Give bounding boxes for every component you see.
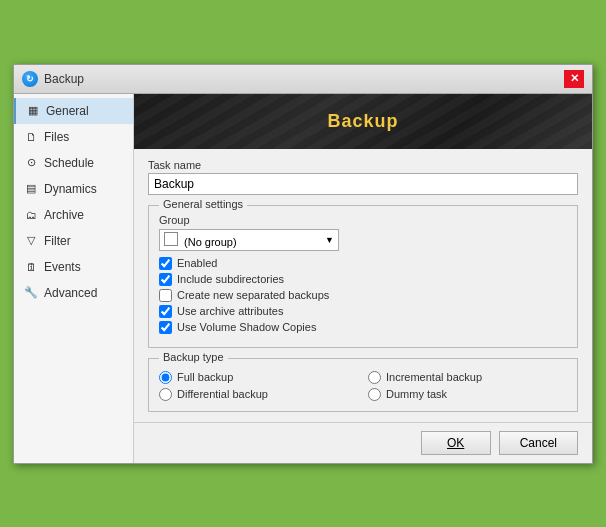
group-label: Group [159,214,567,226]
title-bar-left: ↻ Backup [22,71,84,87]
sidebar-item-advanced[interactable]: 🔧 Advanced [14,280,133,306]
incremental-backup-radio[interactable] [368,371,381,384]
sidebar-item-schedule[interactable]: ⊙ Schedule [14,150,133,176]
dummy-task-radio[interactable] [368,388,381,401]
backup-type-box: Backup type Full backup Incremental back… [148,358,578,412]
full-backup-radio[interactable] [159,371,172,384]
backup-type-title: Backup type [159,351,228,363]
checkbox-enabled-row: Enabled [159,257,567,270]
sidebar-item-events[interactable]: 🗓 Events [14,254,133,280]
window-title: Backup [44,72,84,86]
radio-incremental-row: Incremental backup [368,371,567,384]
sidebar-item-filter[interactable]: ▽ Filter [14,228,133,254]
checkbox-new-row: Create new separated backups [159,289,567,302]
checkbox-vss-row: Use Volume Shadow Copies [159,321,567,334]
task-name-label: Task name [148,159,578,171]
sidebar-item-dynamics-label: Dynamics [44,182,97,196]
events-icon: 🗓 [24,260,38,274]
enabled-checkbox[interactable] [159,257,172,270]
group-color-box [164,232,178,246]
use-archive-label: Use archive attributes [177,305,283,317]
checkbox-subdirs-row: Include subdirectories [159,273,567,286]
sidebar-item-archive[interactable]: 🗂 Archive [14,202,133,228]
schedule-icon: ⊙ [24,156,38,170]
radio-grid: Full backup Incremental backup Different… [159,367,567,401]
general-settings-title: General settings [159,198,247,210]
group-dropdown-value: (No group) [164,232,237,248]
include-subdirs-label: Include subdirectories [177,273,284,285]
sidebar-item-events-label: Events [44,260,81,274]
dropdown-arrow-icon: ▼ [325,235,334,245]
sidebar-item-dynamics[interactable]: ▤ Dynamics [14,176,133,202]
dynamics-icon: ▤ [24,182,38,196]
incremental-backup-label: Incremental backup [386,371,482,383]
banner: Backup [134,94,592,149]
app-icon: ↻ [22,71,38,87]
sidebar-item-schedule-label: Schedule [44,156,94,170]
cancel-button[interactable]: Cancel [499,431,578,455]
radio-full-row: Full backup [159,371,358,384]
sidebar-item-filter-label: Filter [44,234,71,248]
dummy-task-label: Dummy task [386,388,447,400]
sidebar-item-advanced-label: Advanced [44,286,97,300]
task-name-input[interactable] [148,173,578,195]
general-settings-box: General settings Group (No group) ▼ Enab… [148,205,578,348]
filter-icon: ▽ [24,234,38,248]
radio-dummy-row: Dummy task [368,388,567,401]
ok-button[interactable]: OK [421,431,491,455]
title-bar: ↻ Backup ✕ [14,65,592,94]
use-vss-checkbox[interactable] [159,321,172,334]
full-backup-label: Full backup [177,371,233,383]
sidebar: ▦ General 🗋 Files ⊙ Schedule ▤ Dynamics … [14,94,134,463]
group-dropdown[interactable]: (No group) ▼ [159,229,339,251]
sidebar-item-files-label: Files [44,130,69,144]
files-icon: 🗋 [24,130,38,144]
use-archive-checkbox[interactable] [159,305,172,318]
enabled-label: Enabled [177,257,217,269]
general-icon: ▦ [26,104,40,118]
create-new-checkbox[interactable] [159,289,172,302]
backup-window: ↻ Backup ✕ ▦ General 🗋 Files ⊙ Schedule … [13,64,593,464]
close-button[interactable]: ✕ [564,70,584,88]
include-subdirs-checkbox[interactable] [159,273,172,286]
footer: OK Cancel [134,422,592,463]
form-area: Task name General settings Group (No gro… [134,149,592,422]
sidebar-item-general[interactable]: ▦ General [14,98,133,124]
archive-icon: 🗂 [24,208,38,222]
advanced-icon: 🔧 [24,286,38,300]
radio-differential-row: Differential backup [159,388,358,401]
checkbox-archive-row: Use archive attributes [159,305,567,318]
create-new-label: Create new separated backups [177,289,329,301]
sidebar-item-general-label: General [46,104,89,118]
use-vss-label: Use Volume Shadow Copies [177,321,316,333]
differential-backup-label: Differential backup [177,388,268,400]
banner-text: Backup [327,111,398,132]
sidebar-item-archive-label: Archive [44,208,84,222]
main-panel: Backup Task name General settings Group … [134,94,592,463]
differential-backup-radio[interactable] [159,388,172,401]
sidebar-item-files[interactable]: 🗋 Files [14,124,133,150]
main-content: ▦ General 🗋 Files ⊙ Schedule ▤ Dynamics … [14,94,592,463]
